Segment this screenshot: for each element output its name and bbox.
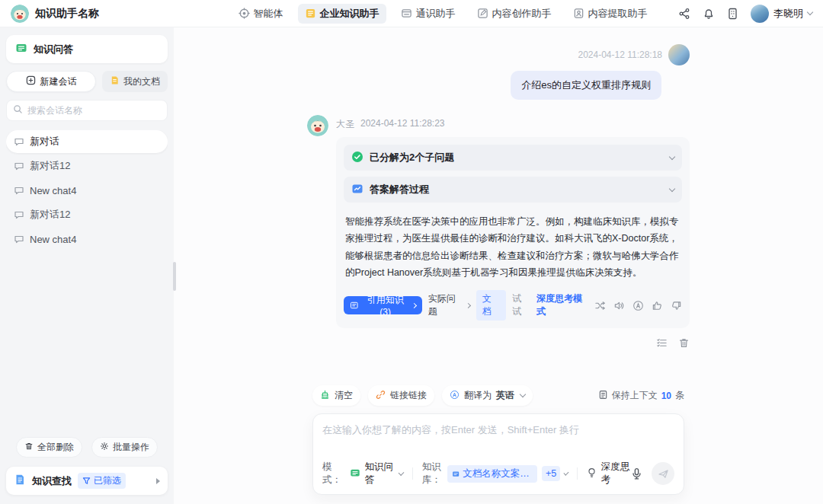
link-chain-icon <box>376 390 386 402</box>
kb-selected-tag[interactable]: 文档名称文案说... <box>447 465 537 483</box>
my-docs-button[interactable]: 我的文档 <box>102 71 168 92</box>
speaker-icon[interactable] <box>613 300 625 311</box>
composer-send-area <box>631 462 674 485</box>
user-menu[interactable]: 李晓明 <box>751 5 812 23</box>
cite-knowledge-button[interactable]: 引用知识(3) <box>344 296 422 314</box>
settings-gear-icon <box>100 442 109 453</box>
message-composer: 模式： 知识问答 知识库： 文档名称文案说... + <box>312 413 684 495</box>
assistant-answer-footer: 引用知识(3) 实际问题 文档 试试 <box>344 290 682 321</box>
assistant-message-timestamp: 2024-04-12 11:28:23 <box>360 118 445 131</box>
composer-toolbar: 清空 链接链接 翻译为 英语 保持上下文 1 <box>312 385 684 406</box>
deep-think-label: 深度思考 <box>601 461 631 486</box>
message-scroll-area[interactable]: 2024-04-12 11:28:18 介绍es的自定义权重排序规则 大圣 <box>174 27 823 385</box>
keep-context-control[interactable]: 保持上下文 10 条 <box>598 389 684 402</box>
sidebar-resize-handle[interactable] <box>173 262 176 291</box>
top-header: 知识助手名称 智能体 企业知识助手 通识助手 内容创作助手 内容提取助手 <box>0 0 823 27</box>
send-button[interactable] <box>652 462 674 485</box>
knowledge-base-selector[interactable]: 知识库： 文档名称文案说... +5 <box>422 461 568 486</box>
assistant-message: 大圣 2024-04-12 11:28:23 已分解为2个子问题 <box>307 115 690 349</box>
trash-icon <box>24 442 34 453</box>
microphone-icon[interactable] <box>631 467 642 480</box>
context-unit: 条 <box>675 389 684 402</box>
header-right: 李晓明 <box>655 5 812 23</box>
subquestions-section-toggle[interactable]: 已分解为2个子问题 <box>344 145 682 171</box>
search-input[interactable] <box>27 105 161 116</box>
translate-selector[interactable]: 翻译为 英语 <box>442 385 533 406</box>
user-name: 李晓明 <box>773 7 803 21</box>
answer-process-icon <box>351 183 363 197</box>
divider <box>412 467 413 480</box>
batch-ops-label: 批量操作 <box>113 441 149 454</box>
subquestions-section-label: 已分解为2个子问题 <box>370 151 454 164</box>
delete-message-trash-icon[interactable] <box>678 337 690 349</box>
chevron-down-icon <box>669 185 675 191</box>
deep-think-mode-link[interactable]: 深度思考模式 <box>536 292 587 318</box>
conversation-search[interactable] <box>6 100 168 121</box>
sidebar-section-knowledge-qa[interactable]: 知识问答 <box>6 35 168 63</box>
conversation-list: 新对话 新对话12 New chat4 新对话12 New chat4 <box>6 130 168 437</box>
check-circle-icon <box>351 151 363 165</box>
kb-label: 知识库： <box>422 461 443 486</box>
batch-ops-button[interactable]: 批量操作 <box>91 437 158 458</box>
user-message-meta: 2024-04-12 11:28:18 <box>578 44 690 65</box>
delete-all-button[interactable]: 全部删除 <box>16 437 82 458</box>
search-icon <box>13 104 23 116</box>
message-actions <box>336 337 690 349</box>
conversation-item[interactable]: New chat4 <box>6 179 168 202</box>
mode-selector[interactable]: 模式： 知识问答 <box>322 461 403 486</box>
assistant-footer-tools: 试试 深度思考模式 <box>512 292 682 318</box>
user-avatar <box>751 5 769 23</box>
context-count: 10 <box>661 391 671 401</box>
translate-circle-a-icon[interactable] <box>632 300 644 311</box>
deep-think-toggle[interactable]: 深度思考 <box>587 461 631 486</box>
chevron-down-icon <box>520 391 526 397</box>
nav-enterprise-knowledge[interactable]: 企业知识助手 <box>298 4 386 24</box>
nav-general-assistant[interactable]: 通识助手 <box>394 4 463 24</box>
thumbs-up-icon[interactable] <box>652 300 663 311</box>
conversation-label: New chat4 <box>30 185 76 196</box>
filtered-badge[interactable]: 已筛选 <box>78 473 126 489</box>
plus-circle-icon <box>26 75 36 88</box>
nav-agent[interactable]: 智能体 <box>232 4 290 24</box>
lightbulb-icon <box>587 467 597 480</box>
clear-broom-icon <box>320 390 330 402</box>
thumbs-down-icon[interactable] <box>671 300 682 311</box>
keep-context-label: 保持上下文 <box>612 389 658 402</box>
translate-language-value: 英语 <box>496 389 514 402</box>
conversation-item[interactable]: 新对话12 <box>6 203 168 226</box>
conversation-item[interactable]: New chat4 <box>6 228 168 250</box>
nav-content-extract-label: 内容提取助手 <box>588 7 648 21</box>
checklist-icon[interactable] <box>656 337 668 349</box>
chat-bubble-icon <box>14 234 24 244</box>
shuffle-icon[interactable] <box>594 300 606 311</box>
clear-context-button[interactable]: 清空 <box>312 385 360 406</box>
share-icon[interactable] <box>678 8 690 20</box>
my-docs-label: 我的文档 <box>123 75 160 88</box>
enterprise-knowledge-book-icon <box>305 8 316 19</box>
mobile-qr-icon[interactable] <box>727 8 738 20</box>
message-input[interactable] <box>322 423 674 449</box>
actual-question-link[interactable]: 实际问题 <box>428 292 470 318</box>
try-label: 试试 <box>512 292 529 318</box>
nav-content-extract[interactable]: 内容提取助手 <box>566 4 655 24</box>
nav-content-create[interactable]: 内容创作助手 <box>470 4 559 24</box>
sidebar-bottom-actions: 全部删除 批量操作 <box>6 437 168 458</box>
assistant-answer-text: 智能推荐系统在医学决策中的应用也非常广泛。例如，构建临床知识库，模拟专家推理过程… <box>344 209 682 282</box>
user-message-timestamp: 2024-04-12 11:28:18 <box>578 49 662 60</box>
clear-label: 清空 <box>335 389 353 402</box>
answer-process-section-toggle[interactable]: 答案解答过程 <box>344 177 682 203</box>
new-chat-button[interactable]: 新建会话 <box>6 71 96 92</box>
conversation-item[interactable]: 新对话 <box>6 130 168 153</box>
doc-source-tag[interactable]: 文档 <box>476 290 506 321</box>
knowledge-search-bar[interactable]: 知识查找 已筛选 <box>6 467 168 495</box>
sidebar-actions: 新建会话 我的文档 <box>6 71 168 92</box>
chat-bubble-icon <box>14 209 24 220</box>
notification-bell-icon[interactable] <box>703 8 715 20</box>
conversation-item[interactable]: 新对话12 <box>6 155 168 177</box>
kb-extra-count-badge[interactable]: +5 <box>542 466 560 481</box>
caret-right-icon[interactable] <box>156 478 160 484</box>
filtered-badge-label: 已筛选 <box>94 474 121 487</box>
conversation-label: 新对话12 <box>30 208 70 222</box>
link-button[interactable]: 链接链接 <box>368 385 434 406</box>
assistant-message-meta: 大圣 2024-04-12 11:28:23 <box>336 115 690 131</box>
